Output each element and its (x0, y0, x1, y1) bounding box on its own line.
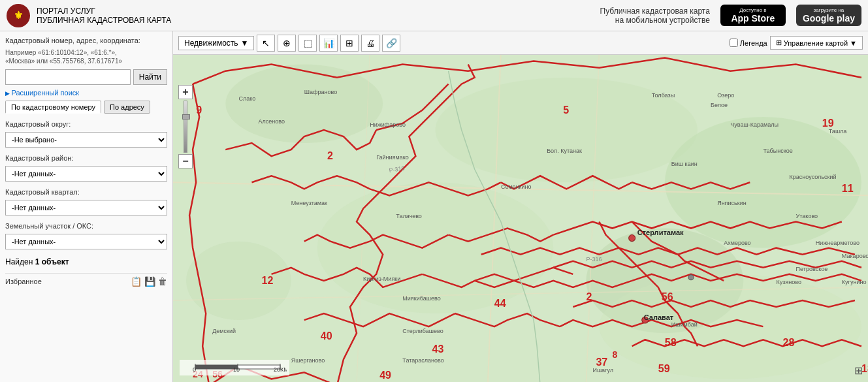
legend-checkbox-label[interactable]: Легенда (730, 39, 767, 47)
svg-text:Белое: Белое (711, 102, 728, 108)
found-prefix: Найден (5, 257, 33, 266)
svg-text:Нижнеарметово: Нижнеарметово (816, 240, 860, 246)
favorites-save-icon[interactable]: 💾 (144, 276, 155, 287)
svg-text:Ишимбай: Ишимбай (671, 321, 698, 328)
cadastral-block-select[interactable]: -Нет данных- (5, 200, 167, 215)
map-canvas[interactable]: P-316 P-316 Нижифарово Гайниямако Менеуз… (173, 55, 868, 382)
zoom-handle[interactable] (182, 114, 190, 119)
map-control-grid-icon: ⊞ (776, 39, 782, 47)
print-tool-button[interactable]: 🖨 (361, 35, 379, 52)
cadastral-block-label: Кадастровый квартал: (5, 188, 167, 196)
print-icon: 🖨 (366, 38, 375, 48)
scale-bar: 0 10 20КМ (180, 360, 289, 375)
legend-checkbox[interactable] (730, 39, 738, 47)
app-header: ⚜ ПОРТАЛ УСЛУГ ПУБЛИЧНАЯ КАДАСТРОВАЯ КАР… (0, 0, 868, 31)
land-plot-select[interactable]: -Нет данных- (5, 234, 167, 249)
map-expand-icon[interactable]: ⊞ (854, 364, 863, 377)
zoom-out-button[interactable]: − (178, 154, 193, 168)
svg-text:Бол. Кутанак: Бол. Кутанак (547, 148, 582, 154)
cadastral-district-label: Кадастровый округ: (5, 120, 167, 128)
svg-text:Утаково: Утаково (796, 214, 818, 220)
svg-text:44: 44 (494, 297, 506, 309)
svg-text:8: 8 (613, 349, 618, 360)
link-tool-button[interactable]: 🔗 (382, 35, 400, 52)
main-layout: Кадастровый номер, адрес, координата: На… (0, 31, 868, 382)
svg-text:Кузяново: Кузяново (776, 279, 801, 285)
svg-text:Семенкино: Семенкино (501, 183, 532, 190)
found-count: 1 объект (35, 257, 69, 266)
zoom-scale (184, 101, 187, 153)
favorites-export-icon[interactable]: 📋 (131, 276, 142, 287)
tab-cadastral-number[interactable]: По кадастровому номеру (5, 101, 101, 114)
svg-text:Биш каин: Биш каин (671, 161, 698, 167)
svg-text:0: 0 (193, 366, 196, 373)
svg-text:Алсеново: Алсеново (258, 118, 285, 125)
portal-label: ПОРТАЛ УСЛУГ (37, 7, 171, 16)
search-tabs: По кадастровому номеру По адресу (5, 101, 167, 114)
map-control-arrow: ▼ (850, 39, 857, 47)
search-input[interactable] (5, 69, 131, 85)
svg-text:28: 28 (783, 336, 795, 348)
svg-text:49: 49 (379, 369, 391, 381)
svg-text:Слако: Слако (238, 95, 255, 102)
cursor-icon: ↖ (262, 38, 270, 48)
map-container[interactable]: Недвижимость ▼ ↖ ⊕ ⬚ 📊 ⊞ 🖨 🔗 (173, 31, 868, 382)
svg-text:Шафраново: Шафраново (304, 89, 337, 95)
google-play-button[interactable]: загрузите на Google play (796, 5, 861, 26)
search-row: Найти (5, 69, 167, 85)
svg-rect-74 (195, 365, 238, 369)
cursor-tool-button[interactable]: ↖ (257, 35, 275, 52)
svg-text:9: 9 (196, 104, 202, 116)
tab-address[interactable]: По адресу (104, 101, 150, 114)
app-store-small: Доступно в (739, 7, 766, 13)
cadastral-region-label: Кадастровый район: (5, 154, 167, 162)
svg-text:Янписькин: Янписькин (717, 200, 747, 206)
chart-icon: 📊 (323, 38, 334, 48)
svg-text:Талачево: Талачево (396, 214, 422, 220)
app-store-button[interactable]: Доступно в App Store (720, 5, 786, 26)
svg-point-1 (225, 65, 383, 143)
svg-text:Озеро: Озеро (717, 92, 734, 99)
svg-text:Салават: Салават (644, 313, 674, 321)
svg-text:37: 37 (596, 356, 607, 368)
svg-text:Яшерганово: Яшерганово (291, 357, 325, 364)
land-plot-label: Земельный участок / ОКС: (5, 222, 167, 230)
svg-point-13 (629, 235, 635, 242)
svg-text:11: 11 (842, 182, 854, 194)
svg-text:Татарасланово: Татарасланово (402, 357, 443, 364)
svg-text:Табынское: Табынское (763, 148, 792, 154)
search-label: Кадастровый номер, адрес, координата: (5, 37, 167, 44)
cadastral-district-select[interactable]: -Не выбрано- (5, 132, 167, 148)
favorites-icons: 📋 💾 🗑 (131, 276, 167, 287)
cadastral-region-select[interactable]: -Нет данных- (5, 166, 167, 182)
layers-tool-button[interactable]: ⊞ (340, 35, 359, 52)
search-button[interactable]: Найти (133, 69, 167, 85)
svg-point-15 (688, 275, 694, 280)
header-left: ⚜ ПОРТАЛ УСЛУГ ПУБЛИЧНАЯ КАДАСТРОВАЯ КАР… (7, 4, 171, 27)
svg-text:19: 19 (822, 117, 834, 129)
svg-text:Демский: Демский (212, 328, 236, 334)
zoom-in-button[interactable]: + (178, 85, 193, 99)
favorites-delete-icon[interactable]: 🗑 (158, 276, 167, 287)
select-tool-button[interactable]: ⬚ (298, 35, 317, 52)
svg-text:40: 40 (321, 330, 332, 342)
svg-text:20КМ: 20КМ (274, 366, 287, 373)
sidebar: Кадастровый номер, адрес, координата: На… (0, 31, 173, 382)
svg-text:58: 58 (665, 336, 677, 348)
svg-text:Гайниямако: Гайниямако (376, 154, 409, 161)
svg-text:Ташла: Ташла (829, 128, 848, 135)
map-control-button[interactable]: ⊞ Управление картой ▼ (770, 36, 863, 50)
layers-icon: ⊞ (346, 38, 353, 48)
svg-text:Чуваш-Карамалы: Чуваш-Карамалы (730, 121, 779, 128)
link-icon: 🔗 (386, 38, 397, 48)
nedvijimost-button[interactable]: Недвижимость ▼ (178, 36, 254, 50)
svg-text:Ахмерово: Ахмерово (724, 240, 750, 246)
svg-text:43: 43 (432, 343, 443, 355)
svg-text:Миякибашево: Миякибашево (402, 295, 440, 302)
svg-text:2: 2 (327, 150, 333, 161)
nedvijimost-label: Недвижимость (184, 39, 238, 48)
svg-text:Ишагул: Ишагул (592, 367, 613, 374)
chart-tool-button[interactable]: 📊 (319, 35, 338, 52)
measure-tool-button[interactable]: ⊕ (278, 35, 296, 52)
advanced-search-toggle[interactable]: Расширенный поиск (5, 89, 167, 97)
